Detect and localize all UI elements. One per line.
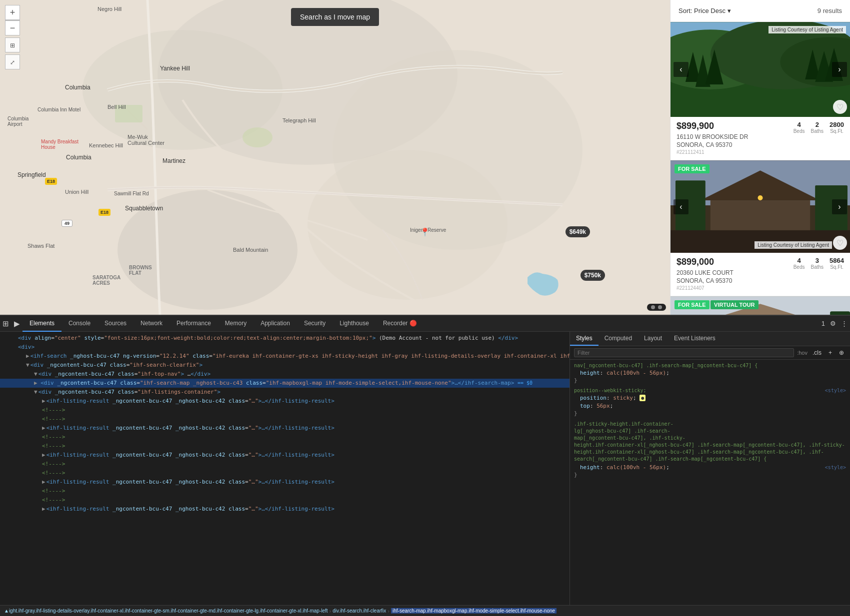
dom-line-1[interactable]: <div align="center" style="font-size:16p… <box>0 334 570 343</box>
zoom-out-button[interactable]: − <box>5 20 20 35</box>
styles-add-button[interactable]: + <box>826 348 834 357</box>
devtools-screenshot-button[interactable]: 1 <box>819 318 828 329</box>
map-mode-buttons: ⊞ ⤢ <box>5 37 20 69</box>
listings-header: Sort: Price Desc ▾ 9 results <box>670 0 850 22</box>
listing-1-prev-arrow[interactable]: ‹ <box>674 62 688 77</box>
listing-1-beds: 4 <box>797 121 800 128</box>
css-rule-sticky-height: .ihf-sticky-height.ihf-container- lg[_ng… <box>574 421 846 478</box>
search-as-move-button[interactable]: Search as I move map <box>291 8 379 26</box>
devtools-tab-elements[interactable]: Elements <box>22 316 62 332</box>
dom-line-4[interactable]: ▼<div _ngcontent-bcu-c47 class="ihf-sear… <box>0 361 570 370</box>
styles-filter-input[interactable] <box>574 348 794 357</box>
listing-1-next-arrow[interactable]: › <box>832 62 847 77</box>
listing-1-address: 16110 W BROOKSIDE DR <box>676 133 748 140</box>
devtools-tab-console[interactable]: Console <box>62 316 98 332</box>
map-mode-fullscreen[interactable]: ⤢ <box>5 54 20 69</box>
listing-image-3: FOR SALE VIRTUAL TOUR ‹ › Listing Courte… <box>670 296 850 315</box>
sort-label: Sort: Price Desc <box>678 7 726 14</box>
statusbar-path-2[interactable]: div.ihf-search.ihf-clearfix <box>332 608 386 614</box>
dom-line-14[interactable]: ▶<ihf-listing-result _ngcontent-bcu-c47 … <box>0 451 570 460</box>
devtools-tab-memory[interactable]: Memory <box>218 316 254 332</box>
styles-tab-computed[interactable]: Computed <box>598 332 638 346</box>
svg-point-7 <box>242 127 272 147</box>
results-count: 9 results <box>818 7 842 14</box>
dom-line-17[interactable]: ▶<ihf-listing-result _ngcontent-bcu-c47 … <box>0 478 570 487</box>
listing-card-2[interactable]: FOR SALE ‹ › Listing Courtesy of Listing… <box>670 160 850 296</box>
devtools-tab-lighthouse[interactable]: Lighthouse <box>332 316 376 332</box>
dom-line-8[interactable]: ▶<ihf-listing-result _ngcontent-bcu-c47 … <box>0 397 570 406</box>
devtools-tab-application[interactable]: Application <box>254 316 297 332</box>
devtools-body: <div align="center" style="font-size:16p… <box>0 332 850 605</box>
styles-more-button[interactable]: ⊕ <box>837 348 846 357</box>
dom-panel[interactable]: <div align="center" style="font-size:16p… <box>0 332 570 605</box>
price-marker-750k[interactable]: $750k <box>580 270 605 281</box>
listing-2-city: SONORA, CA 95370 <box>676 277 734 284</box>
listings-panel: Sort: Price Desc ▾ 9 results <box>670 0 850 315</box>
listing-1-beds-label: Beds <box>794 128 805 134</box>
devtools-tab-recorder[interactable]: Recorder 🔴 <box>376 316 424 332</box>
listing-1-courtesy: Listing Courtesy of Listing Agent <box>768 26 846 33</box>
listing-2-details: 4 Beds 3 Baths 5864 Sq.Ft. <box>794 257 844 270</box>
dom-line-16[interactable]: <!----> <box>0 469 570 478</box>
sort-chevron-icon: ▾ <box>728 7 731 14</box>
devtools-statusbar: ▲ight.ihf-gray.ihf-listing-details-overl… <box>0 605 850 616</box>
dom-line-7[interactable]: ▼<div _ngcontent-bcu-c47 class="ihf-list… <box>0 388 570 397</box>
devtools-inspect-button[interactable]: ⊞ <box>0 318 12 330</box>
dom-line-9[interactable]: <!----> <box>0 406 570 415</box>
dom-line-19[interactable]: <!----> <box>0 496 570 505</box>
devtools-device-button[interactable]: ▶ <box>12 318 22 330</box>
svg-rect-6 <box>115 105 142 122</box>
devtools-tab-network[interactable]: Network <box>134 316 170 332</box>
listing-2-next-arrow[interactable]: › <box>832 199 847 214</box>
map-mode-satellite[interactable]: ⊞ <box>5 37 20 52</box>
dom-line-12[interactable]: <!----> <box>0 433 570 442</box>
listing-1-sqft: 2800 <box>830 121 844 128</box>
svg-point-29 <box>758 195 763 200</box>
listing-2-prev-arrow[interactable]: ‹ <box>674 199 688 214</box>
listing-1-favorite-button[interactable]: ♡ <box>833 100 847 114</box>
location-pin: 📍 <box>420 227 430 237</box>
dom-line-5[interactable]: ▼<div _ngcontent-bcu-c47 class="ihf-top-… <box>0 370 570 379</box>
zoom-in-button[interactable]: + <box>5 5 20 20</box>
styles-tab-styles[interactable]: Styles <box>570 332 598 346</box>
listing-1-info: $899,900 16110 W BROOKSIDE DR SONORA, CA… <box>670 117 850 160</box>
main-area: Negro Hill Yankee Hill Columbia Bell Hil… <box>0 0 850 315</box>
statusbar-path-3[interactable]: ihf-search-map.ihf-mapboxgl-map.ihf-mode… <box>391 608 556 614</box>
styles-tab-layout[interactable]: Layout <box>638 332 668 346</box>
listing-card-1[interactable]: ‹ › Listing Courtesy of Listing Agent ♡ … <box>670 22 850 160</box>
dom-line-15[interactable]: <!----> <box>0 460 570 469</box>
css-rule-sticky: position--webkit-sticky; <style> positio… <box>574 388 846 417</box>
road-badge-e18-1: E18 <box>45 178 57 185</box>
styles-toolbar: :hov .cls + ⊕ <box>570 346 850 360</box>
dom-line-11[interactable]: ▶<ihf-listing-result _ngcontent-bcu-c47 … <box>0 424 570 433</box>
listing-3-virtual-tour-badge: VIRTUAL TOUR <box>710 300 758 309</box>
road-badge-e18-2: E18 <box>98 209 110 216</box>
dom-line-18[interactable]: <!----> <box>0 487 570 496</box>
styles-cls-button[interactable]: .cls <box>810 348 824 357</box>
price-marker-649k[interactable]: $649k <box>566 226 590 237</box>
listing-3-badge: FOR SALE <box>674 300 710 309</box>
styles-content[interactable]: nav[_ngcontent-bcu-c47] .ihf-search-map[… <box>570 360 850 605</box>
listing-2-favorite-button[interactable]: ♡ <box>833 236 847 250</box>
road-badge-49: 49 <box>62 220 72 227</box>
devtools-tab-performance[interactable]: Performance <box>170 316 218 332</box>
listing-card-3[interactable]: FOR SALE VIRTUAL TOUR ‹ › Listing Courte… <box>670 296 850 315</box>
dom-line-3[interactable]: ▶<ihf-search _nghost-bcu-c47 ng-version=… <box>0 352 570 361</box>
styles-tab-event-listeners[interactable]: Event Listeners <box>668 332 722 346</box>
dom-line-20[interactable]: ▶<ihf-listing-result _ngcontent-bcu-c47 … <box>0 505 570 514</box>
dom-line-10[interactable]: <!----> <box>0 415 570 424</box>
devtools-tab-security[interactable]: Security <box>297 316 332 332</box>
devtools-settings-button[interactable]: ⚙ <box>828 318 838 329</box>
dom-line-2[interactable]: <div> <box>0 343 570 352</box>
svg-rect-37 <box>830 311 850 315</box>
devtools-tab-sources[interactable]: Sources <box>98 316 134 332</box>
statusbar-path[interactable]: ▲ight.ihf-gray.ihf-listing-details-overl… <box>4 608 328 614</box>
svg-point-5 <box>308 150 508 300</box>
sort-button[interactable]: Sort: Price Desc ▾ <box>678 7 731 14</box>
svg-point-4 <box>118 190 298 310</box>
devtools-more-button[interactable]: ⋮ <box>838 318 850 329</box>
dom-line-13[interactable]: <!----> <box>0 442 570 451</box>
listing-1-sqft-label: Sq.Ft. <box>830 128 844 134</box>
dom-line-6[interactable]: ▶ <div _ngcontent-bcu-c47 class="ihf-sea… <box>0 379 570 388</box>
listing-2-price: $899,000 <box>676 257 734 267</box>
